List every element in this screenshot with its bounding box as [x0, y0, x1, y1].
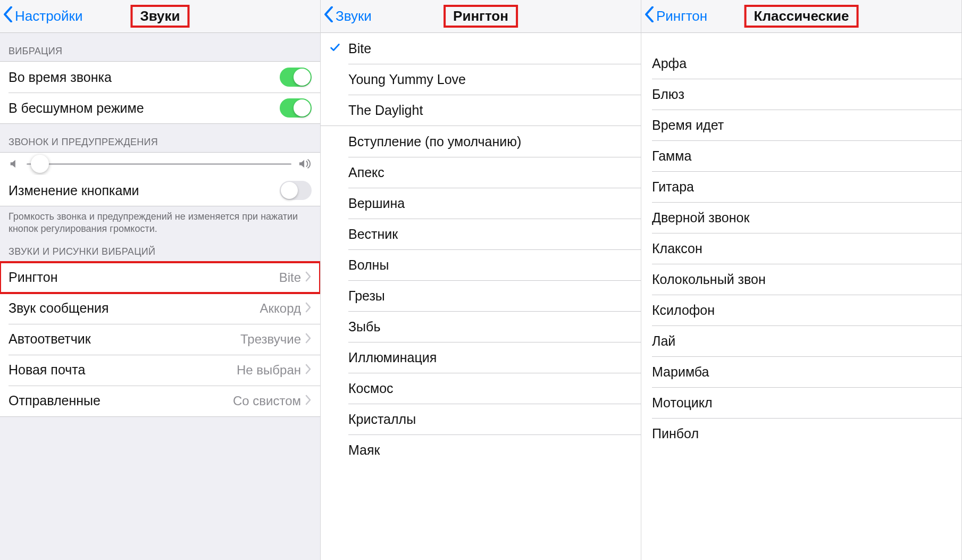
list-item[interactable]: Дверной звонок	[641, 202, 961, 233]
list-item-label: Дверной звонок	[652, 210, 749, 225]
navbar: Настройки Звуки	[0, 0, 320, 33]
ringer-footer: Громкость звонка и предупреждений не изм…	[0, 206, 320, 243]
list-item[interactable]: Гитара	[641, 171, 961, 202]
list-item[interactable]: Волны	[321, 249, 641, 280]
chevron-right-icon	[305, 362, 312, 378]
list-item-label: Гитара	[652, 179, 694, 195]
ringtone-value: Bite	[279, 270, 301, 285]
voicemail-row[interactable]: Автоответчик Трезвучие	[0, 324, 320, 355]
list-item[interactable]: Клаксон	[641, 233, 961, 264]
section-header-ringer: ЗВОНОК И ПРЕДУПРЕЖДЕНИЯ	[0, 124, 320, 152]
list-item[interactable]: Вершина	[321, 188, 641, 219]
list-item-label: Кристаллы	[348, 412, 416, 427]
list-item-label: Колокольный звон	[652, 272, 766, 287]
list-item[interactable]: Вестник	[321, 219, 641, 249]
list-item-label: Маримба	[652, 364, 709, 380]
list-item-label: Гамма	[652, 148, 691, 164]
list-item[interactable]: Пинбол	[641, 418, 961, 449]
new-mail-value: Не выбран	[237, 363, 301, 378]
new-mail-label: Новая почта	[9, 362, 237, 378]
section-header-sounds: ЗВУКИ И РИСУНКИ ВИБРАЦИЙ	[0, 243, 320, 262]
navbar: Звуки Рингтон	[321, 0, 641, 33]
builtin-ringtones-list: Вступление (по умолчанию)АпексВершинаВес…	[321, 126, 641, 465]
chevron-right-icon	[305, 300, 312, 316]
list-item[interactable]: The Daylight	[321, 95, 641, 126]
list-item[interactable]: Иллюминация	[321, 342, 641, 373]
list-item[interactable]: Маримба	[641, 356, 961, 387]
list-item-label: Ксилофон	[652, 303, 715, 318]
list-item[interactable]: Young Yummy Love	[321, 64, 641, 95]
list-item[interactable]: Апекс	[321, 157, 641, 188]
list-item[interactable]: Bite	[321, 33, 641, 64]
section-header-vibration: ВИБРАЦИЯ	[0, 33, 320, 61]
chevron-right-icon	[305, 393, 312, 408]
back-button[interactable]: Рингтон	[641, 6, 707, 26]
list-item[interactable]: Лай	[641, 325, 961, 356]
list-item[interactable]: Арфа	[641, 48, 961, 79]
text-tone-value: Аккорд	[260, 301, 301, 316]
vibration-group: Во время звонка В бесшумном режиме	[0, 61, 320, 124]
vibrate-on-ring-toggle[interactable]	[280, 68, 312, 87]
new-mail-row[interactable]: Новая почта Не выбран	[0, 355, 320, 386]
change-with-buttons-row: Изменение кнопками	[0, 175, 320, 206]
list-item[interactable]: Маяк	[321, 434, 641, 465]
list-item[interactable]: Кристаллы	[321, 404, 641, 434]
chevron-right-icon	[305, 270, 312, 285]
back-label: Звуки	[336, 8, 372, 24]
classic-ringtones-list: АрфаБлюзВремя идетГаммаГитараДверной зво…	[641, 48, 961, 449]
ringer-volume-row	[0, 153, 320, 175]
navbar: Рингтон Классические	[641, 0, 961, 33]
back-button[interactable]: Настройки	[0, 6, 83, 26]
list-item-label: Апекс	[348, 165, 384, 180]
vibrate-on-silent-row: В бесшумном режиме	[0, 93, 320, 123]
list-item[interactable]: Колокольный звон	[641, 264, 961, 295]
page-title: Звуки	[130, 5, 189, 28]
list-item[interactable]: Вступление (по умолчанию)	[321, 126, 641, 157]
change-with-buttons-toggle[interactable]	[280, 181, 312, 200]
ringtone-list-pane: Звуки Рингтон BiteYoung Yummy LoveThe Da…	[321, 0, 641, 560]
chevron-left-icon	[3, 6, 15, 26]
list-item[interactable]: Время идет	[641, 110, 961, 140]
voicemail-value: Трезвучие	[240, 332, 301, 347]
chevron-left-icon	[324, 6, 336, 26]
list-item[interactable]: Гамма	[641, 140, 961, 171]
ringtone-label: Рингтон	[9, 270, 279, 285]
ringtone-row[interactable]: Рингтон Bite	[0, 262, 320, 293]
list-item[interactable]: Космос	[321, 373, 641, 404]
vibrate-on-silent-label: В бесшумном режиме	[9, 101, 280, 116]
chevron-right-icon	[305, 331, 312, 347]
checkmark-icon	[329, 41, 341, 56]
sent-mail-row[interactable]: Отправленные Со свистом	[0, 386, 320, 416]
volume-high-icon	[298, 158, 312, 170]
content: ВИБРАЦИЯ Во время звонка В бесшумном реж…	[0, 33, 320, 560]
list-item[interactable]: Мотоцикл	[641, 387, 961, 418]
sent-mail-label: Отправленные	[9, 393, 233, 408]
list-item[interactable]: Ксилофон	[641, 295, 961, 325]
back-label: Настройки	[15, 8, 83, 24]
list-item-label: Мотоцикл	[652, 395, 713, 411]
text-tone-label: Звук сообщения	[9, 300, 260, 316]
vibrate-on-silent-toggle[interactable]	[280, 98, 312, 118]
list-item-label: Вершина	[348, 196, 405, 211]
list-item-label: Космос	[348, 381, 394, 396]
classic-ringtones-pane: Рингтон Классические АрфаБлюзВремя идетГ…	[641, 0, 962, 560]
list-item-label: The Daylight	[348, 103, 423, 118]
ringer-group: Изменение кнопками	[0, 152, 320, 206]
content: АрфаБлюзВремя идетГаммаГитараДверной зво…	[641, 33, 961, 560]
text-tone-row[interactable]: Звук сообщения Аккорд	[0, 293, 320, 324]
list-item[interactable]: Блюз	[641, 79, 961, 110]
volume-low-icon	[9, 158, 20, 170]
chevron-left-icon	[645, 6, 656, 26]
list-item-label: Пинбол	[652, 426, 699, 441]
list-item-label: Арфа	[652, 56, 687, 71]
ringer-volume-slider[interactable]	[27, 163, 291, 165]
list-item-label: Зыбь	[348, 319, 380, 335]
list-item-label: Маяк	[348, 442, 380, 458]
list-item-label: Bite	[348, 41, 371, 56]
list-item[interactable]: Грезы	[321, 280, 641, 311]
list-item[interactable]: Зыбь	[321, 311, 641, 342]
vibrate-on-ring-row: Во время звонка	[0, 62, 320, 93]
back-button[interactable]: Звуки	[321, 6, 372, 26]
vibrate-on-ring-label: Во время звонка	[9, 70, 280, 85]
page-title: Рингтон	[444, 5, 518, 28]
